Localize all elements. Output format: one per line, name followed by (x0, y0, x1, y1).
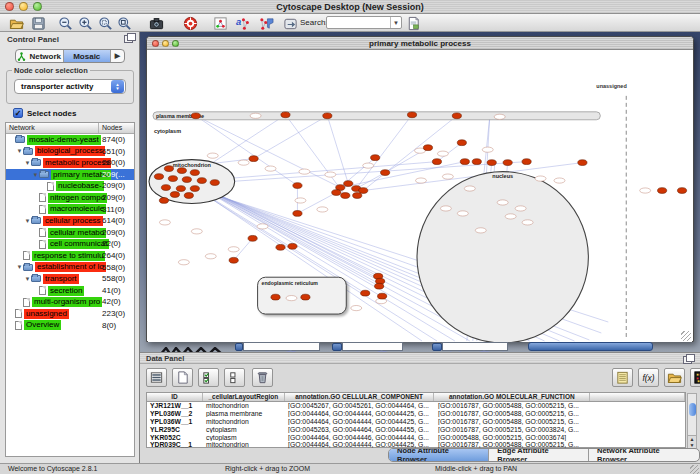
network-node[interactable] (276, 244, 285, 250)
network-node[interactable] (503, 160, 512, 166)
save-icon[interactable] (30, 15, 47, 31)
network-node[interactable] (182, 177, 191, 183)
table-cell[interactable]: [GO:0044464, GO:0044444, GO:0044425, G..… (285, 410, 435, 417)
table-scrollbar[interactable]: ▲▼ (687, 393, 697, 449)
scrollbar-arrows[interactable]: ▲▼ (688, 435, 696, 448)
more-tabs-arrow[interactable]: ▶ (111, 50, 124, 62)
import-attributes-icon[interactable] (664, 368, 685, 387)
network-node[interactable] (248, 235, 257, 241)
network-node[interactable] (375, 283, 384, 289)
network-node[interactable] (161, 185, 170, 191)
expand-arrow-icon[interactable]: ▼ (16, 148, 23, 154)
select-attributes-icon[interactable] (198, 368, 219, 387)
tree-row[interactable]: ▼establishment of lo558(0) (6, 262, 134, 274)
network-node[interactable] (177, 168, 186, 174)
network-node[interactable] (371, 155, 380, 161)
tree-row[interactable]: ▼biological_process651(0) (6, 146, 134, 158)
minimized-window-tab[interactable] (432, 343, 442, 351)
tab-mosaic[interactable]: Mosaic (64, 50, 112, 62)
network-node[interactable] (197, 178, 206, 184)
manage-plugins-icon[interactable] (405, 15, 422, 31)
network-canvas[interactable]: unassigned plasma membrane cytoplasm mit… (148, 51, 692, 342)
network-node[interactable] (487, 160, 496, 166)
table-row[interactable]: YPL036W__1mitochondrion[GO:0044464, GO:0… (147, 418, 685, 426)
table-cell[interactable]: YJR121W__1 (147, 402, 203, 409)
search-input[interactable] (327, 17, 390, 28)
network-node[interactable] (381, 170, 390, 176)
expand-arrow-icon[interactable]: ▼ (32, 172, 39, 178)
attribute-grid-icon[interactable] (146, 368, 167, 387)
app-resize-grip[interactable] (690, 465, 699, 474)
table-cell[interactable]: YDR039C__1 (147, 441, 203, 448)
new-attribute-icon[interactable] (172, 368, 193, 387)
network-node[interactable] (457, 140, 466, 146)
expand-arrow-icon[interactable]: ▼ (16, 264, 23, 270)
network-node[interactable] (191, 113, 200, 119)
table-cell[interactable]: YLR295C (147, 426, 203, 433)
network-node[interactable] (271, 294, 280, 300)
network-node[interactable] (288, 243, 297, 249)
tree-row[interactable]: mosaic-demo-yeast874(0) (6, 134, 134, 146)
network-node[interactable] (293, 183, 302, 189)
network-node[interactable] (184, 193, 193, 199)
network-node[interactable] (293, 211, 302, 217)
table-cell[interactable]: [GO:0045267, GO:0045261, GO:0044464, G..… (285, 402, 435, 409)
table-cell[interactable]: [GO:0016787, GO:0005215, GO:0003824, G..… (435, 426, 591, 433)
network-node[interactable] (341, 193, 350, 199)
function-builder-icon[interactable]: f(x) (638, 368, 659, 387)
table-cell[interactable]: mitochondrion (203, 418, 285, 425)
tree-row[interactable]: macromolecule311(0) (6, 204, 134, 216)
attribute-matrix-icon[interactable] (690, 368, 700, 387)
table-cell[interactable]: mitochondrion (203, 402, 285, 409)
table-cell[interactable]: [GO:0005488, GO:0005215, GO:0003674] (435, 434, 591, 441)
network-node[interactable] (378, 293, 387, 299)
notes-icon[interactable] (612, 368, 633, 387)
table-row[interactable]: YPL036W__2plasma membrane[GO:0044464, GO… (147, 410, 685, 418)
annotation-icon[interactable] (282, 15, 299, 31)
vizmapper-icon[interactable]: a (234, 15, 251, 31)
tree-row[interactable]: cellular metabo209(0) (6, 227, 134, 239)
minimized-window-thumb[interactable] (442, 342, 508, 351)
table-cell[interactable]: mitochondrion (203, 441, 285, 448)
zoom-fit-icon[interactable] (116, 15, 133, 31)
search-combo[interactable]: ▼ (326, 16, 402, 29)
network-node[interactable] (353, 193, 362, 199)
network-node[interactable] (170, 192, 179, 198)
tab-network-attribute-browser[interactable]: Network Attribute Browser (589, 449, 699, 461)
table-cell[interactable]: YPL036W__2 (147, 410, 203, 417)
network-node[interactable] (578, 160, 587, 166)
minimized-window-tab[interactable] (235, 343, 243, 351)
network-node[interactable] (344, 181, 353, 187)
minimized-window-thumb[interactable] (243, 342, 320, 351)
tree-row[interactable]: unassigned223(0) (6, 308, 134, 320)
network-node[interactable] (407, 112, 416, 118)
table-cell[interactable]: YKR052C (147, 434, 203, 441)
tree-row[interactable]: ▼metabolic process280(0) (6, 157, 134, 169)
tab-edge-attribute-browser[interactable]: Edge Attribute Browser (489, 449, 589, 461)
search-dropdown-arrow[interactable]: ▼ (390, 17, 401, 28)
delete-attribute-icon[interactable] (252, 368, 273, 387)
tree-row[interactable]: ▼transport558(0) (6, 273, 134, 285)
tree-row[interactable]: nitrogen compo209(0) (6, 192, 134, 204)
network-node[interactable] (301, 294, 310, 300)
tree-row[interactable]: nucleobase-209(0) (6, 180, 134, 192)
window-resize-grip[interactable] (681, 331, 691, 341)
minimized-window-zigzag[interactable] (160, 342, 223, 351)
float-panel-icon[interactable] (683, 356, 692, 364)
minimized-window-thumb[interactable] (342, 342, 403, 351)
network-window-titlebar[interactable]: primary metabolic process (147, 37, 693, 50)
network-node[interactable] (229, 257, 238, 263)
tree-row[interactable]: multi-organism pro42(0) (6, 296, 134, 308)
column-header[interactable]: annotation.GO CELLULAR_COMPONENT (285, 393, 435, 401)
help-icon[interactable] (182, 15, 199, 31)
network-node[interactable] (281, 112, 290, 118)
table-cell[interactable]: cytoplasm (203, 434, 285, 441)
network-node[interactable] (168, 176, 177, 182)
expand-arrow-icon[interactable]: ▼ (24, 276, 31, 282)
network-node[interactable] (164, 166, 173, 172)
network-node[interactable] (323, 113, 332, 119)
column-header[interactable] (590, 393, 685, 401)
table-cell[interactable]: [GO:0045263, GO:0044464, GO:0044455, G..… (285, 426, 435, 433)
unselect-attributes-icon[interactable] (224, 368, 245, 387)
network-node[interactable] (159, 198, 168, 204)
